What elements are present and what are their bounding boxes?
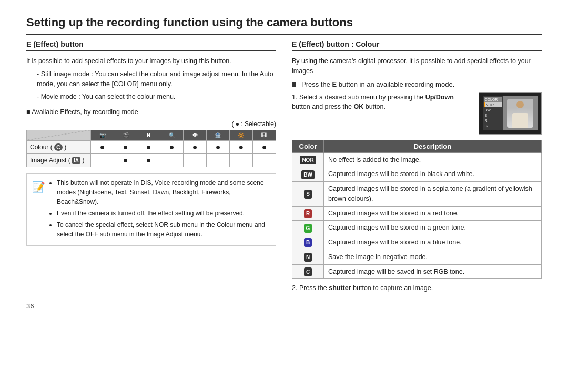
col-icon-2: 🎬 <box>114 130 137 140</box>
badge-nor: NOR <box>292 152 324 167</box>
desc-col-header: Description <box>324 140 542 152</box>
col-icon-5: 👁 <box>184 130 207 140</box>
step1-row: 1. Select a desired sub menu by pressing… <box>292 92 542 135</box>
badge-g: G <box>292 221 324 235</box>
badge-c: C <box>292 264 324 279</box>
color-row-nor: NOR No effect is added to the image. <box>292 152 542 167</box>
desc-s: Captured images will be stored in a sepi… <box>324 182 542 207</box>
right-intro: By using the camera's digital processor,… <box>292 56 542 76</box>
effect-table: 📷 🎬 M 🔍 👁 🏦 🔆 🎞 Colour ( C ) ● ● ● ● <box>26 130 276 167</box>
desc-bw: Captured images will be stored in black … <box>324 167 542 182</box>
step1-num: 1. Select a desired sub menu by pressing… <box>292 94 454 111</box>
color-row-n: N Save the image in negative mode. <box>292 250 542 264</box>
note-box: 📝 This button will not operate in DIS, V… <box>26 173 276 246</box>
available-effects-label: ■ Available Effects, by recording mode <box>26 107 276 117</box>
note-item-1: This button will not operate in DIS, Voi… <box>57 178 270 207</box>
col-icon-4: 🔍 <box>160 130 184 140</box>
note-item-2: Even if the camera is turned off, the ef… <box>57 209 270 218</box>
color-row-s: S Captured images will be stored in a se… <box>292 182 542 207</box>
movie-mode-text: - Movie mode : You can select the colour… <box>37 92 276 102</box>
color-row-c: C Captured image will be saved in set RG… <box>292 264 542 279</box>
desc-n: Save the image in negative mode. <box>324 250 542 264</box>
badge-b: B <box>292 235 324 250</box>
note-icon: 📝 <box>32 179 45 241</box>
selectable-note: ( ● : Selectable) <box>26 120 276 128</box>
desc-c: Captured image will be saved in set RGB … <box>324 264 542 279</box>
desc-b: Captured images will be stored in a blue… <box>324 235 542 250</box>
page-number: 36 <box>26 302 542 310</box>
left-section: E (Effect) button It is possible to add … <box>26 40 276 292</box>
color-row-b: B Captured images will be stored in a bl… <box>292 235 542 250</box>
left-intro: It is possible to add special effects to… <box>26 56 276 66</box>
desc-nor: No effect is added to the image. <box>324 152 542 167</box>
left-section-title: E (Effect) button <box>26 40 276 51</box>
col-icon-8: 🎞 <box>252 130 276 140</box>
col-icon-7: 🔆 <box>229 130 252 140</box>
col-icon-6: 🏦 <box>207 130 230 140</box>
page-title: Setting up the recording function using … <box>26 16 542 35</box>
square-bullet-1 <box>292 80 298 88</box>
desc-r: Captured images will be stored in a red … <box>324 206 542 221</box>
camera-preview: COLOR NOR BW S R G B <box>479 92 542 135</box>
badge-s: S <box>292 182 324 207</box>
table-row-image-adjust: Image Adjust ( IA ) ● ● <box>27 153 276 167</box>
badge-r: R <box>292 206 324 221</box>
step1-text: 1. Select a desired sub menu by pressing… <box>292 92 473 112</box>
press-note-line: Press the E button in an available recor… <box>292 80 542 88</box>
right-section: E (Effect) button : Colour By using the … <box>292 40 542 292</box>
color-row-r: R Captured images will be stored in a re… <box>292 206 542 221</box>
desc-g: Captured images will be stored in a gree… <box>324 221 542 235</box>
col-icon-3: M <box>137 130 160 140</box>
still-mode-text: - Still image mode : You can select the … <box>37 69 276 89</box>
color-row-bw: BW Captured images will be stored in bla… <box>292 167 542 182</box>
color-row-g: G Captured images will be stored in a gr… <box>292 221 542 235</box>
col-icon-1: 📷 <box>91 130 114 140</box>
press-note-text: Press the E button in an available recor… <box>301 80 454 88</box>
badge-n: N <box>292 250 324 264</box>
badge-bw: BW <box>292 167 324 182</box>
right-section-title: E (Effect) button : Colour <box>292 40 542 51</box>
note-list: This button will not operate in DIS, Voi… <box>49 178 270 241</box>
table-row-colour: Colour ( C ) ● ● ● ● ● ● ● ● <box>27 140 276 153</box>
color-table: Color Description NOR No effect is added… <box>292 140 542 280</box>
step2-text: 2. Press the shutter button to capture a… <box>292 284 542 292</box>
color-col-header: Color <box>292 140 324 152</box>
note-item-3: To cancel the special effect, select NOR… <box>57 220 270 239</box>
